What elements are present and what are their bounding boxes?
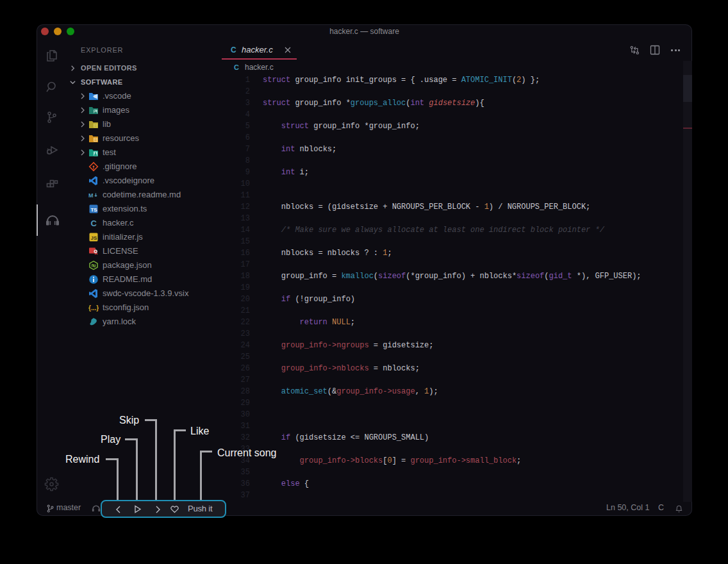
svg-text:JS: JS (91, 235, 97, 241)
svg-text:{...}: {...} (88, 304, 99, 311)
svg-text:TS: TS (90, 207, 97, 213)
svg-text:C: C (91, 219, 97, 228)
svg-text:M: M (88, 192, 94, 199)
